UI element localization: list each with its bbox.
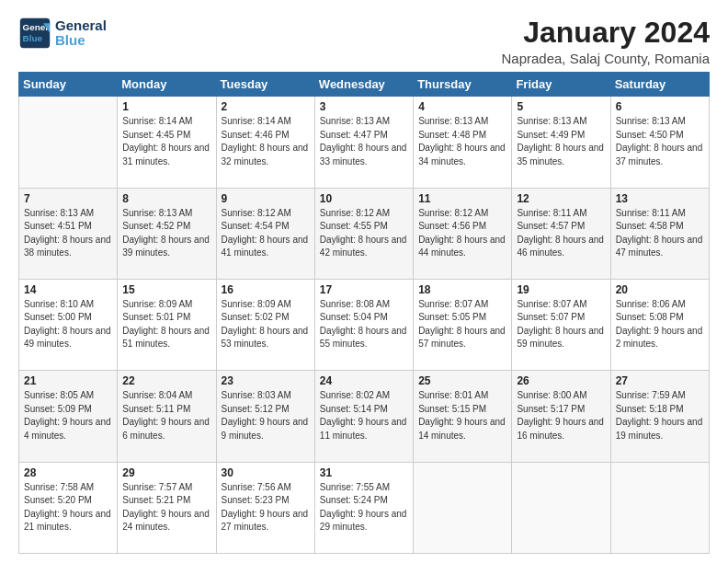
day-info: Sunrise: 8:13 AMSunset: 4:47 PMDaylight:… [320,115,408,168]
day-number: 31 [320,466,408,479]
weekday-header-monday: Monday [118,73,216,97]
day-info: Sunrise: 8:01 AMSunset: 5:15 PMDaylight:… [418,389,506,442]
calendar-cell: 5Sunrise: 8:13 AMSunset: 4:49 PMDaylight… [512,97,610,188]
weekday-header-saturday: Saturday [610,73,709,97]
calendar-cell: 11Sunrise: 8:12 AMSunset: 4:56 PMDayligh… [414,188,512,279]
day-number: 28 [24,466,112,479]
calendar-cell: 28Sunrise: 7:58 AMSunset: 5:20 PMDayligh… [19,462,118,553]
day-number: 6 [616,100,704,113]
day-info: Sunrise: 8:12 AMSunset: 4:55 PMDaylight:… [320,207,408,260]
day-number: 16 [222,283,310,296]
day-info: Sunrise: 8:12 AMSunset: 4:54 PMDaylight:… [222,207,310,260]
calendar-cell: 26Sunrise: 8:00 AMSunset: 5:17 PMDayligh… [512,371,610,462]
calendar-cell: 4Sunrise: 8:13 AMSunset: 4:48 PMDaylight… [414,97,512,188]
day-info: Sunrise: 8:04 AMSunset: 5:11 PMDaylight:… [122,389,210,442]
main-title: January 2024 [501,17,710,49]
calendar-cell: 15Sunrise: 8:09 AMSunset: 5:01 PMDayligh… [118,279,216,370]
day-number: 18 [418,283,506,296]
calendar-cell: 27Sunrise: 7:59 AMSunset: 5:18 PMDayligh… [610,371,709,462]
day-info: Sunrise: 7:56 AMSunset: 5:23 PMDaylight:… [222,481,310,534]
day-info: Sunrise: 8:05 AMSunset: 5:09 PMDaylight:… [24,389,112,442]
weekday-header-tuesday: Tuesday [216,73,314,97]
day-info: Sunrise: 8:13 AMSunset: 4:48 PMDaylight:… [418,115,506,168]
calendar-cell: 12Sunrise: 8:11 AMSunset: 4:57 PMDayligh… [512,188,610,279]
day-info: Sunrise: 8:14 AMSunset: 4:45 PMDaylight:… [122,115,210,168]
calendar-cell [19,97,118,188]
sub-title: Napradea, Salaj County, Romania [501,51,710,66]
calendar-cell: 21Sunrise: 8:05 AMSunset: 5:09 PMDayligh… [19,371,118,462]
day-info: Sunrise: 8:07 AMSunset: 5:07 PMDaylight:… [517,298,605,351]
calendar-cell: 14Sunrise: 8:10 AMSunset: 5:00 PMDayligh… [19,279,118,370]
week-row-1: 1Sunrise: 8:14 AMSunset: 4:45 PMDaylight… [19,97,710,188]
week-row-5: 28Sunrise: 7:58 AMSunset: 5:20 PMDayligh… [19,462,710,553]
day-number: 24 [320,374,408,387]
day-number: 7 [24,192,112,205]
day-info: Sunrise: 8:09 AMSunset: 5:01 PMDaylight:… [122,298,210,351]
day-info: Sunrise: 8:13 AMSunset: 4:50 PMDaylight:… [616,115,704,168]
day-number: 27 [616,374,704,387]
calendar-cell: 9Sunrise: 8:12 AMSunset: 4:54 PMDaylight… [216,188,314,279]
logo-general: General [55,18,107,34]
day-number: 3 [320,100,408,113]
day-info: Sunrise: 8:13 AMSunset: 4:49 PMDaylight:… [517,115,605,168]
day-info: Sunrise: 8:13 AMSunset: 4:51 PMDaylight:… [24,207,112,260]
calendar-cell: 23Sunrise: 8:03 AMSunset: 5:12 PMDayligh… [216,371,314,462]
day-info: Sunrise: 8:10 AMSunset: 5:00 PMDaylight:… [24,298,112,351]
weekday-row: SundayMondayTuesdayWednesdayThursdayFrid… [19,73,710,97]
day-number: 4 [418,100,506,113]
logo-icon: General Blue [18,17,51,50]
calendar-cell [610,462,709,553]
day-number: 20 [616,283,704,296]
day-info: Sunrise: 8:08 AMSunset: 5:04 PMDaylight:… [320,298,408,351]
day-info: Sunrise: 8:11 AMSunset: 4:57 PMDaylight:… [517,207,605,260]
calendar-cell: 7Sunrise: 8:13 AMSunset: 4:51 PMDaylight… [19,188,118,279]
calendar-cell: 6Sunrise: 8:13 AMSunset: 4:50 PMDaylight… [610,97,709,188]
calendar-cell: 22Sunrise: 8:04 AMSunset: 5:11 PMDayligh… [118,371,216,462]
calendar-cell: 16Sunrise: 8:09 AMSunset: 5:02 PMDayligh… [216,279,314,370]
calendar-cell: 2Sunrise: 8:14 AMSunset: 4:46 PMDaylight… [216,97,314,188]
day-number: 22 [122,374,210,387]
calendar-cell: 30Sunrise: 7:56 AMSunset: 5:23 PMDayligh… [216,462,314,553]
page: General Blue General Blue January 2024 N… [0,0,728,563]
calendar-cell: 3Sunrise: 8:13 AMSunset: 4:47 PMDaylight… [314,97,413,188]
day-info: Sunrise: 8:07 AMSunset: 5:05 PMDaylight:… [418,298,506,351]
day-info: Sunrise: 8:13 AMSunset: 4:52 PMDaylight:… [122,207,210,260]
weekday-header-sunday: Sunday [19,73,118,97]
svg-text:Blue: Blue [23,33,43,43]
title-block: January 2024 Napradea, Salaj County, Rom… [501,17,710,66]
day-number: 23 [222,374,310,387]
day-info: Sunrise: 8:14 AMSunset: 4:46 PMDaylight:… [222,115,310,168]
calendar-cell: 13Sunrise: 8:11 AMSunset: 4:58 PMDayligh… [610,188,709,279]
day-number: 5 [517,100,605,113]
calendar-cell: 20Sunrise: 8:06 AMSunset: 5:08 PMDayligh… [610,279,709,370]
day-number: 9 [222,192,310,205]
day-number: 12 [517,192,605,205]
calendar-cell: 8Sunrise: 8:13 AMSunset: 4:52 PMDaylight… [118,188,216,279]
day-number: 15 [122,283,210,296]
weekday-header-wednesday: Wednesday [314,73,413,97]
calendar-header: SundayMondayTuesdayWednesdayThursdayFrid… [19,73,710,97]
calendar-cell [512,462,610,553]
week-row-3: 14Sunrise: 8:10 AMSunset: 5:00 PMDayligh… [19,279,710,370]
day-number: 30 [222,466,310,479]
day-number: 29 [122,466,210,479]
week-row-4: 21Sunrise: 8:05 AMSunset: 5:09 PMDayligh… [19,371,710,462]
day-number: 26 [517,374,605,387]
day-info: Sunrise: 8:06 AMSunset: 5:08 PMDaylight:… [616,298,704,351]
day-info: Sunrise: 7:58 AMSunset: 5:20 PMDaylight:… [24,481,112,534]
day-number: 1 [122,100,210,113]
calendar-cell: 29Sunrise: 7:57 AMSunset: 5:21 PMDayligh… [118,462,216,553]
header: General Blue General Blue January 2024 N… [18,17,710,66]
weekday-header-thursday: Thursday [414,73,512,97]
day-info: Sunrise: 7:59 AMSunset: 5:18 PMDaylight:… [616,389,704,442]
day-info: Sunrise: 8:09 AMSunset: 5:02 PMDaylight:… [222,298,310,351]
calendar-cell: 31Sunrise: 7:55 AMSunset: 5:24 PMDayligh… [314,462,413,553]
calendar-cell: 24Sunrise: 8:02 AMSunset: 5:14 PMDayligh… [314,371,413,462]
day-number: 14 [24,283,112,296]
day-info: Sunrise: 7:55 AMSunset: 5:24 PMDaylight:… [320,481,408,534]
calendar-cell: 25Sunrise: 8:01 AMSunset: 5:15 PMDayligh… [414,371,512,462]
day-number: 2 [222,100,310,113]
day-number: 25 [418,374,506,387]
calendar-body: 1Sunrise: 8:14 AMSunset: 4:45 PMDaylight… [19,97,710,554]
day-number: 10 [320,192,408,205]
